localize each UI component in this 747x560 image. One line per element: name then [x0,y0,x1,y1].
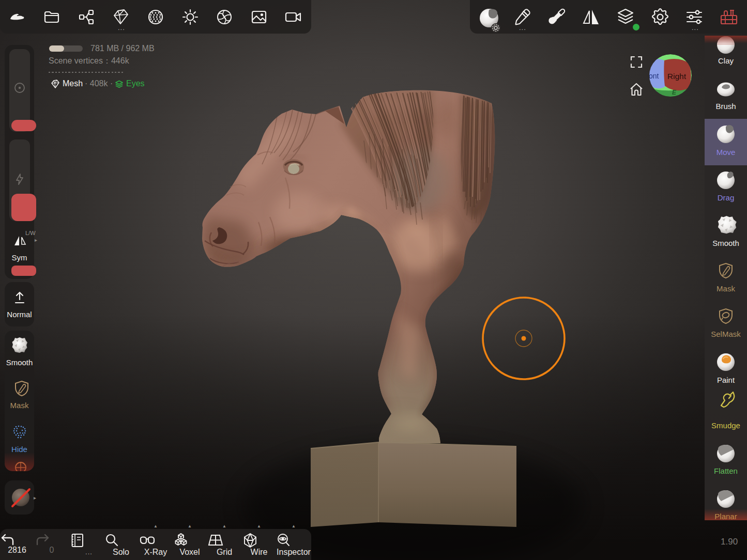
svg-text:Right: Right [667,72,687,81]
svg-text:E: E [672,89,677,96]
svg-text:ont: ont [649,72,659,80]
